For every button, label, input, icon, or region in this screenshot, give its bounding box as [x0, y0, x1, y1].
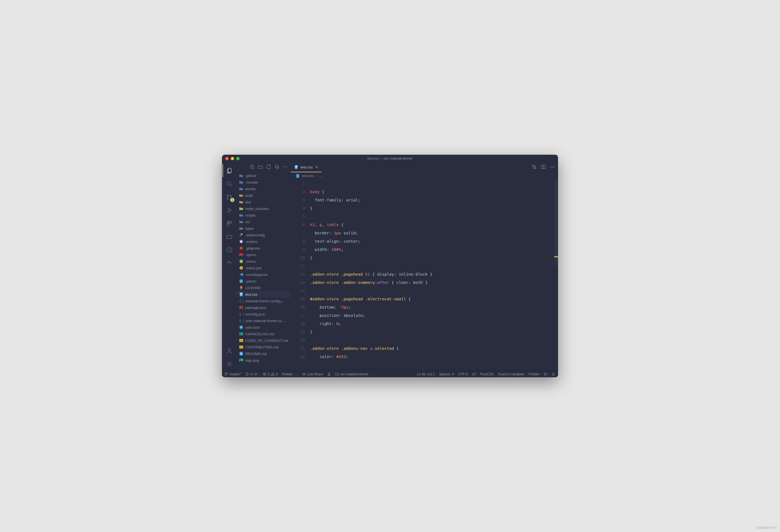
status-encoding[interactable]: UTF-8 — [458, 372, 468, 376]
collapse-icon — [275, 165, 279, 169]
svg-point-34 — [532, 165, 534, 166]
npm-icon — [239, 253, 243, 257]
tree-row[interactable]: .nvmrc — [236, 258, 291, 265]
status-bell[interactable] — [552, 372, 555, 376]
svg-point-39 — [553, 166, 554, 167]
folder-icon — [239, 200, 243, 204]
tree-row[interactable]: CONTRIBUTING.md — [236, 344, 291, 350]
activity-bar: 1 — [222, 162, 236, 371]
editor-more-button[interactable] — [550, 165, 555, 170]
svg-point-8 — [228, 349, 231, 351]
tree-label: CHANGELOG.md — [245, 332, 274, 336]
tree-row[interactable]: .eslintrc — [236, 238, 291, 245]
svg-point-38 — [552, 166, 553, 167]
tree-row[interactable]: { }material-theme.config.j… — [236, 298, 291, 304]
status-liveshare[interactable]: Live Share — [302, 372, 323, 376]
tree-row[interactable]: test.css — [236, 291, 291, 298]
collapse-all-button[interactable] — [275, 165, 279, 170]
tree-row[interactable]: .yarnrc — [236, 278, 291, 284]
split-editor-button[interactable] — [541, 165, 546, 170]
share-icon — [226, 260, 233, 266]
window-maximize-button[interactable] — [236, 157, 240, 160]
activity-settings[interactable] — [223, 358, 236, 371]
window-close-button[interactable] — [225, 157, 229, 160]
tree-row[interactable]: LICENSE — [236, 284, 291, 291]
code-content[interactable]: body { font-family: arial;} h1, p, table… — [310, 179, 558, 371]
traffic-lights — [225, 157, 240, 160]
activity-extensions[interactable] — [223, 217, 236, 230]
status-prettier-left[interactable]: Prettier: … — [282, 372, 298, 376]
tree-row[interactable]: logo.png — [236, 357, 291, 364]
svg-point-35 — [535, 167, 536, 168]
activity-gitlens[interactable] — [223, 243, 236, 256]
new-file-button[interactable] — [250, 165, 254, 170]
editor-body[interactable]: 12345678910111213141516171819202122 body… — [291, 179, 558, 371]
tree-row[interactable]: { }tsconfig.json — [236, 311, 291, 317]
tree-row[interactable]: .vscode — [236, 179, 291, 185]
window-minimize-button[interactable] — [231, 157, 234, 160]
tree-row[interactable]: .travis.yml — [236, 265, 291, 271]
status-prettier-right[interactable]: Prettier — [529, 372, 539, 376]
tree-row[interactable]: README.md — [236, 350, 291, 357]
activity-account[interactable] — [223, 344, 236, 358]
scm-badge: 1 — [230, 198, 234, 202]
tree-row[interactable]: assets — [236, 185, 291, 192]
svg-point-14 — [241, 247, 242, 248]
tree-row[interactable]: types — [236, 225, 291, 232]
status-folder[interactable]: vsc-material-theme — [335, 372, 368, 376]
tree-label: .nvmrc — [245, 259, 256, 264]
tree-row[interactable]: package.json — [236, 304, 291, 311]
tree-row[interactable]: .gitignore — [236, 245, 291, 252]
tree-row[interactable]: .vscodeignore — [236, 271, 291, 278]
file-tree[interactable]: .github.vscodeassetsbuilddistnode_module… — [236, 172, 291, 371]
status-eol[interactable]: LF — [472, 372, 476, 376]
activity-search[interactable] — [223, 177, 236, 191]
activity-folder[interactable] — [223, 230, 236, 243]
tree-row[interactable]: .npmrc — [236, 252, 291, 258]
tab-close-button[interactable]: ✕ — [315, 165, 318, 169]
status-problems[interactable]: 0 0 — [263, 372, 278, 376]
status-branch[interactable]: master* — [225, 372, 241, 376]
status-spaces[interactable]: Spaces: 4 — [439, 372, 454, 376]
activity-debug[interactable] — [223, 204, 236, 217]
svg-point-41 — [225, 375, 226, 375]
minimap[interactable] — [554, 179, 558, 371]
status-cursor[interactable]: Ln 36, Col 1 — [417, 372, 435, 376]
tree-row[interactable]: CHANGELOG.md — [236, 331, 291, 337]
tree-row[interactable]: .editorconfig — [236, 232, 291, 238]
compare-changes-button[interactable] — [532, 165, 537, 170]
status-feedback[interactable] — [544, 372, 547, 376]
tree-row[interactable]: dist — [236, 199, 291, 205]
status-language[interactable]: PostCSS — [480, 372, 494, 376]
tree-label: node_modules — [245, 207, 269, 211]
tree-label: scripts — [245, 213, 256, 217]
folder-icon — [239, 173, 243, 178]
tree-row[interactable]: yarn.lock — [236, 324, 291, 331]
breadcrumb[interactable]: test.css › … — [291, 172, 558, 179]
feedback-icon — [544, 372, 547, 376]
more-actions-button[interactable] — [283, 165, 287, 170]
tree-label: package.json — [245, 306, 266, 310]
explorer-panel: .github.vscodeassetsbuilddistnode_module… — [236, 162, 291, 371]
tree-label: assets — [245, 187, 256, 191]
refresh-button[interactable] — [266, 165, 271, 170]
status-variables[interactable]: Found 0 variables — [498, 372, 524, 376]
tree-row[interactable]: CODE_OF_CONDUCT.md — [236, 337, 291, 344]
tree-row[interactable]: src — [236, 218, 291, 225]
breadcrumb-tail: … — [319, 174, 323, 178]
tree-row[interactable]: .github — [236, 172, 291, 179]
liveshare-icon — [302, 372, 306, 376]
activity-explorer[interactable] — [223, 164, 236, 177]
activity-liveshare[interactable] — [223, 256, 236, 270]
tree-row[interactable]: build — [236, 192, 291, 199]
new-folder-button[interactable] — [258, 165, 263, 170]
md-icon — [239, 345, 243, 349]
tab-test-css[interactable]: test.css ✕ — [291, 162, 322, 172]
folder-icon — [239, 187, 243, 191]
status-sync[interactable]: 4↓ 0↑ — [245, 372, 258, 376]
activity-scm[interactable]: 1 — [223, 191, 236, 204]
tree-row[interactable]: { }user.material-theme.co… — [236, 317, 291, 324]
tree-label: dist — [245, 200, 251, 204]
tree-row[interactable]: scripts — [236, 212, 291, 218]
tree-row[interactable]: node_modules — [236, 205, 291, 212]
